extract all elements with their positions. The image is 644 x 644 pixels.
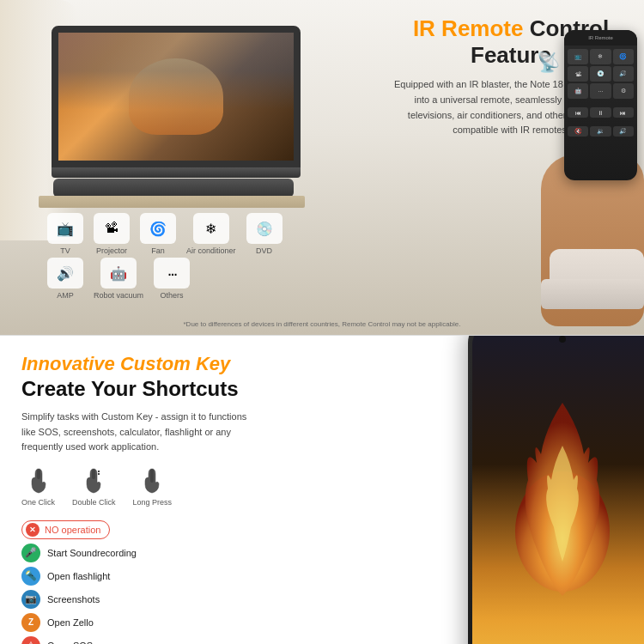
no-op-icon: ✕	[26, 523, 39, 537]
vol-cell-2: 🔉	[590, 126, 611, 137]
fan-label: Fan	[151, 246, 165, 256]
app-cell-5: 💿	[590, 66, 611, 82]
device-fan: 🌀 Fan	[140, 213, 176, 256]
device-dvd: 💿 DVD	[246, 213, 283, 256]
app-cell-2: ❄	[590, 49, 611, 64]
bottom-right-phone-area	[361, 336, 644, 644]
vacuum-icon: 🤖	[100, 258, 137, 289]
no-op-badge: ✕ NO operation	[21, 520, 110, 539]
ac-icon: ❄	[193, 213, 229, 244]
projector-icon: 📽	[94, 213, 130, 244]
device-amp: 🔊 AMP	[47, 258, 83, 301]
custom-key-title-black: Create Your Shortcuts	[21, 377, 339, 401]
top-section: 📺 TV 📽 Projector 🌀 Fan ❄ Air conditioner…	[0, 0, 644, 335]
app-cell-7: 🤖	[568, 83, 588, 99]
app-cell-3: 🌀	[613, 49, 634, 64]
sos-label: Open SOS	[47, 641, 93, 644]
device-projector: 📽 Projector	[94, 213, 130, 256]
dvd-label: DVD	[256, 246, 272, 256]
zello-label: Open Zello	[47, 617, 94, 628]
long-press-icon	[138, 467, 166, 495]
vol-cell-3: 🔊	[613, 126, 634, 137]
sofa-decoration	[532, 249, 644, 318]
projector-label: Projector	[96, 246, 127, 256]
phone-wallpaper-flame	[507, 377, 618, 600]
feature-flashlight: 🔦 Open flashlight	[21, 567, 339, 586]
bottom-left-content: Innovative Custom Key Create Your Shortc…	[0, 336, 361, 644]
phone-ir-remote: IR Remote 📺 ❄ 🌀 📽 💿 🔊 🤖 ··· ⚙ ⏮ ⏸ ⏭ 🔇 🔉	[564, 30, 637, 180]
bottom-section: Innovative Custom Key Create Your Shortc…	[0, 336, 644, 644]
one-click-icon	[25, 467, 52, 495]
double-click-item: Double Click	[72, 467, 116, 507]
device-others: ··· Others	[154, 258, 190, 301]
app-cell-1: 📺	[568, 49, 588, 64]
ctrl-cell-2: ⏸	[590, 107, 611, 118]
custom-key-title-orange: Innovative Custom Key	[21, 353, 339, 375]
ac-label: Air conditioner	[186, 246, 236, 256]
screenshots-label: Screenshots	[47, 594, 100, 605]
feature-screenshots: 📷 Screenshots	[21, 590, 339, 609]
no-op-label: NO operation	[45, 525, 100, 535]
tv-content	[58, 33, 294, 161]
one-click-item: One Click	[21, 467, 55, 507]
device-vacuum: 🤖 Robot vacuum	[94, 258, 143, 301]
vol-cell-1: 🔇	[568, 126, 588, 137]
device-tv: 📺 TV	[47, 213, 83, 256]
phone-screen	[472, 336, 644, 644]
tv-stand	[52, 167, 301, 178]
fan-icon: 🌀	[140, 213, 176, 244]
svg-rect-1	[92, 469, 95, 479]
custom-key-description: Simplify tasks with Custom Key - assign …	[21, 410, 262, 455]
app-cell-8: ···	[590, 83, 611, 99]
zello-icon: Z	[21, 613, 40, 632]
tv-table	[39, 196, 305, 208]
ir-app-grid: 📺 ❄ 🌀 📽 💿 🔊 🤖 ··· ⚙	[564, 46, 637, 102]
feature-sos: ⚠ Open SOS	[21, 636, 339, 644]
feature-no-operation: ✕ NO operation	[21, 520, 339, 539]
feature-soundrecording: 🎤 Start Soundrecording	[21, 544, 339, 562]
screenshots-icon: 📷	[21, 590, 40, 609]
soundbar	[53, 179, 294, 197]
tv-label: TV	[60, 246, 70, 256]
sos-icon: ⚠	[21, 636, 40, 644]
phone-status-bar: IR Remote	[564, 30, 637, 46]
feature-list: ✕ NO operation 🎤 Start Soundrecording 🔦 …	[21, 520, 339, 644]
amp-label: AMP	[57, 291, 74, 301]
flashlight-icon: 🔦	[21, 567, 40, 586]
others-label: Others	[161, 291, 184, 301]
long-press-label: Long Press	[133, 498, 173, 507]
sofa-seat	[541, 279, 644, 309]
svg-rect-0	[37, 469, 40, 479]
flashlight-label: Open flashlight	[47, 571, 110, 581]
device-icons-row1: 📺 TV 📽 Projector 🌀 Fan ❄ Air conditioner…	[47, 213, 283, 256]
double-click-icon	[80, 467, 107, 495]
dvd-icon: 💿	[246, 213, 283, 244]
device-ac: ❄ Air conditioner	[186, 213, 236, 256]
others-icon: ···	[154, 258, 190, 289]
soundrecording-label: Start Soundrecording	[47, 548, 137, 558]
ctrl-cell-1: ⏮	[568, 107, 588, 118]
custom-key-phone	[468, 336, 644, 644]
click-types-row: One Click Double Click	[21, 467, 339, 507]
amp-icon: 🔊	[47, 258, 83, 289]
tv-icon: 📺	[47, 213, 83, 244]
feature-zello: Z Open Zello	[21, 613, 339, 632]
disclaimer-text: *Due to differences of devices in differ…	[184, 320, 461, 328]
camera-dot	[559, 336, 566, 343]
soundrecording-icon: 🎤	[21, 544, 40, 562]
svg-rect-3	[150, 469, 154, 483]
app-cell-6: 🔊	[613, 66, 634, 82]
device-icons-row2: 🔊 AMP 🤖 Robot vacuum ··· Others	[47, 258, 190, 301]
long-press-item: Long Press	[133, 467, 173, 507]
tv-unit	[52, 26, 318, 178]
tv-screen	[52, 26, 301, 167]
double-click-label: Double Click	[72, 498, 116, 507]
vacuum-label: Robot vacuum	[94, 291, 143, 301]
one-click-label: One Click	[21, 498, 55, 507]
app-cell-9: ⚙	[613, 83, 634, 99]
app-cell-4: 📽	[568, 66, 588, 82]
ctrl-cell-3: ⏭	[613, 107, 634, 118]
